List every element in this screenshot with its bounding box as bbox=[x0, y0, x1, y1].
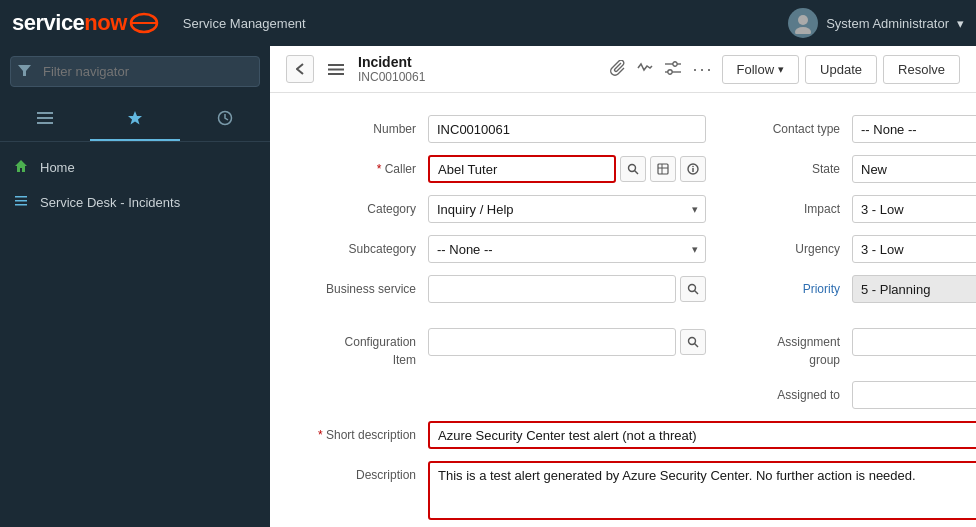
category-row: Category Inquiry / Help bbox=[290, 189, 714, 229]
svg-line-30 bbox=[695, 291, 699, 295]
number-row: Number bbox=[290, 109, 714, 149]
category-select[interactable]: Inquiry / Help bbox=[428, 195, 706, 223]
back-icon bbox=[296, 63, 304, 75]
assignment-group-row: Assignment group bbox=[714, 309, 976, 375]
paperclip-icon[interactable] bbox=[610, 60, 625, 79]
assignment-group-input[interactable] bbox=[852, 328, 976, 356]
hamburger-icon bbox=[328, 63, 344, 76]
caller-input[interactable] bbox=[428, 155, 616, 183]
tab-favorites[interactable] bbox=[90, 97, 180, 141]
incident-title-area: Incident INC0010061 bbox=[358, 54, 602, 84]
caller-lookup-button[interactable] bbox=[650, 156, 676, 182]
toolbar-icons: ··· bbox=[610, 60, 714, 79]
priority-link[interactable]: Priority bbox=[803, 282, 840, 296]
app-title: Service Management bbox=[183, 16, 306, 31]
urgency-select[interactable]: 3 - Low bbox=[852, 235, 976, 263]
business-service-control bbox=[428, 275, 706, 303]
number-label: Number bbox=[298, 115, 428, 143]
description-textarea[interactable]: This is a test alert generated by Azure … bbox=[428, 461, 976, 520]
resolve-button[interactable]: Resolve bbox=[883, 55, 960, 84]
list-icon bbox=[37, 111, 53, 125]
svg-rect-7 bbox=[37, 122, 53, 124]
sidebar: Home Service Desk - Incidents bbox=[0, 46, 270, 527]
assigned-to-input[interactable] bbox=[852, 381, 976, 409]
svg-line-22 bbox=[635, 171, 639, 175]
impact-select[interactable]: 3 - Low bbox=[852, 195, 976, 223]
caller-row: Caller bbox=[290, 149, 714, 189]
follow-label: Follow bbox=[737, 62, 775, 77]
urgency-label: Urgency bbox=[722, 235, 852, 263]
more-icon[interactable]: ··· bbox=[693, 60, 714, 78]
state-control: New bbox=[852, 155, 976, 183]
lookup-icon bbox=[657, 163, 669, 175]
svg-rect-13 bbox=[15, 204, 27, 206]
contact-type-control: -- None -- bbox=[852, 115, 976, 143]
config-item-input[interactable] bbox=[428, 328, 676, 356]
user-area: System Administrator ▾ bbox=[788, 8, 964, 38]
urgency-control: 3 - Low bbox=[852, 235, 976, 263]
contact-type-row: Contact type -- None -- bbox=[714, 109, 976, 149]
svg-line-32 bbox=[695, 344, 699, 348]
subcategory-control: -- None -- bbox=[428, 235, 706, 263]
svg-point-2 bbox=[798, 15, 808, 25]
user-chevron-icon[interactable]: ▾ bbox=[957, 16, 964, 31]
description-row: Description This is a test alert generat… bbox=[290, 455, 976, 526]
business-service-search-button[interactable] bbox=[680, 276, 706, 302]
subcategory-select[interactable]: -- None -- bbox=[428, 235, 706, 263]
incident-number: INC0010061 bbox=[358, 70, 602, 84]
svg-point-28 bbox=[692, 166, 694, 168]
assigned-to-control bbox=[852, 381, 976, 409]
activity-icon[interactable] bbox=[637, 61, 653, 78]
number-input[interactable] bbox=[428, 115, 706, 143]
sidebar-nav: Home Service Desk - Incidents bbox=[0, 142, 270, 228]
short-desc-input[interactable] bbox=[428, 421, 976, 449]
follow-button[interactable]: Follow ▾ bbox=[722, 55, 800, 84]
svg-rect-12 bbox=[15, 200, 27, 202]
svg-rect-5 bbox=[37, 112, 53, 114]
category-label: Category bbox=[298, 195, 428, 223]
back-button[interactable] bbox=[286, 55, 314, 83]
contact-type-select[interactable]: -- None -- bbox=[852, 115, 976, 143]
search-icon bbox=[687, 283, 699, 295]
svg-rect-6 bbox=[37, 117, 53, 119]
star-icon bbox=[127, 110, 143, 126]
state-select[interactable]: New bbox=[852, 155, 976, 183]
logo-service: service bbox=[12, 10, 84, 36]
nav-home-label: Home bbox=[40, 160, 75, 175]
tab-list[interactable] bbox=[0, 97, 90, 141]
svg-point-21 bbox=[629, 165, 636, 172]
filter-navigator-input[interactable] bbox=[10, 56, 260, 87]
caller-search-button[interactable] bbox=[620, 156, 646, 182]
svg-rect-14 bbox=[328, 64, 344, 66]
urgency-row: Urgency 3 - Low bbox=[714, 229, 976, 269]
follow-chevron-icon: ▾ bbox=[778, 63, 784, 76]
caller-info-button[interactable] bbox=[680, 156, 706, 182]
incident-toolbar: Incident INC0010061 bbox=[270, 46, 976, 93]
logo-icon bbox=[129, 12, 159, 34]
business-service-label: Business service bbox=[298, 275, 428, 303]
search-icon bbox=[627, 163, 639, 175]
svg-point-3 bbox=[795, 27, 811, 34]
config-item-search-button[interactable] bbox=[680, 329, 706, 355]
sidebar-item-service-desk-incidents[interactable]: Service Desk - Incidents bbox=[0, 185, 270, 220]
avatar-icon bbox=[792, 12, 814, 34]
hamburger-button[interactable] bbox=[322, 55, 350, 83]
svg-marker-10 bbox=[15, 160, 27, 172]
svg-point-31 bbox=[689, 338, 696, 345]
tab-history[interactable] bbox=[180, 97, 270, 141]
svg-rect-23 bbox=[658, 164, 668, 174]
sidebar-item-home[interactable]: Home bbox=[0, 150, 270, 185]
search-icon bbox=[687, 336, 699, 348]
business-service-input[interactable] bbox=[428, 275, 676, 303]
state-label: State bbox=[722, 155, 852, 183]
update-button[interactable]: Update bbox=[805, 55, 877, 84]
empty-left-row bbox=[290, 375, 714, 415]
svg-marker-8 bbox=[128, 111, 142, 125]
logo-area: servicenow Service Management bbox=[12, 10, 306, 36]
category-control: Inquiry / Help bbox=[428, 195, 706, 223]
svg-point-29 bbox=[689, 285, 696, 292]
business-service-row: Business service bbox=[290, 269, 714, 309]
sliders-icon[interactable] bbox=[665, 61, 681, 78]
short-desc-label: Short description bbox=[298, 421, 428, 449]
impact-control: 3 - Low bbox=[852, 195, 976, 223]
